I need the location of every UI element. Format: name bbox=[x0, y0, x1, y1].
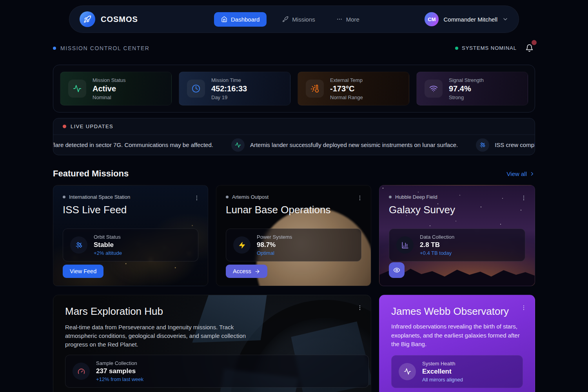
access-button[interactable]: Access bbox=[226, 265, 267, 278]
stat-value: 452:16:33 bbox=[211, 84, 247, 93]
view-feed-button[interactable]: View Feed bbox=[63, 265, 103, 278]
clock-icon bbox=[187, 80, 205, 98]
metric-label: Data Collection bbox=[420, 234, 454, 240]
nav-link-label: Dashboard bbox=[231, 16, 260, 23]
view-all-link[interactable]: View all bbox=[507, 171, 535, 177]
card-menu-kebab-icon[interactable] bbox=[518, 192, 529, 203]
stat-value: 97.4% bbox=[449, 84, 484, 93]
tag-dot bbox=[226, 196, 229, 198]
starfield bbox=[383, 188, 383, 189]
card-title: Galaxy Survey bbox=[389, 204, 525, 216]
stat-card-signal-strength: Signal Strength 97.4% Strong bbox=[416, 72, 528, 105]
home-icon bbox=[221, 16, 227, 22]
stat-label: Mission Status bbox=[93, 77, 126, 83]
ticker-item: ISS crew completes critical EVA bbox=[476, 138, 535, 152]
ticker-message: ISS crew completes critical EVA bbox=[495, 142, 535, 148]
stat-value: Active bbox=[93, 84, 126, 93]
metric-label: System Health bbox=[422, 361, 463, 367]
avatar: CM bbox=[425, 12, 439, 26]
metric-panel: Data Collection 2.8 TB +0.4 TB today bbox=[389, 229, 525, 261]
tag-dot bbox=[63, 196, 65, 198]
ticker-track: Solar flare detected in sector 7G. Commu… bbox=[53, 138, 535, 152]
featured-cards-row: International Space Station ISS Live Fee… bbox=[53, 185, 535, 286]
page-title: MISSION CONTROL CENTER bbox=[60, 45, 150, 51]
stat-card-external-temp: External Temp -173°C Normal Range bbox=[298, 72, 409, 105]
card-description: Real-time data from Perseverance and Ing… bbox=[65, 323, 249, 348]
satellite-icon bbox=[70, 236, 87, 254]
eye-view-button[interactable] bbox=[389, 262, 405, 278]
live-red-dot bbox=[63, 125, 66, 128]
metric-delta: All mirrors aligned bbox=[422, 377, 463, 383]
zap-icon bbox=[233, 236, 250, 254]
card-title: ISS Live Feed bbox=[63, 204, 198, 216]
eye-icon bbox=[393, 267, 400, 274]
metric-value: Excellent bbox=[422, 368, 463, 376]
nav-link-missions[interactable]: Missions bbox=[277, 12, 320, 27]
stats-panel: Mission Status Active Nominal Mission Ti… bbox=[53, 65, 535, 113]
tag-label: International Space Station bbox=[69, 194, 130, 200]
metric-delta: Optimal bbox=[257, 250, 292, 256]
stat-label: Mission Time bbox=[211, 77, 247, 83]
metric-delta: +12% from last week bbox=[96, 376, 143, 382]
section-title: Featured Missions bbox=[53, 169, 129, 179]
stat-sub: Nominal bbox=[93, 94, 126, 100]
card-menu-kebab-icon[interactable] bbox=[354, 302, 365, 313]
subheader: MISSION CONTROL CENTER SYSTEMS NOMINAL bbox=[53, 42, 535, 54]
live-updates-panel: LIVE UPDATES Solar flare detected in sec… bbox=[53, 118, 535, 155]
james-webb-card[interactable]: James Webb Observatory Infrared observat… bbox=[379, 295, 535, 392]
metric-panel: Power Systems 98.7% Optimal bbox=[226, 229, 361, 261]
card-tag: International Space Station bbox=[63, 194, 198, 200]
activity-icon bbox=[231, 138, 245, 152]
news-ticker: Solar flare detected in sector 7G. Commu… bbox=[53, 135, 535, 155]
gauge-icon bbox=[73, 363, 90, 380]
stat-sub: Day 19 bbox=[211, 94, 247, 100]
metric-value: Stable bbox=[94, 241, 122, 249]
metric-label: Orbit Status bbox=[94, 234, 122, 240]
metric-value: 98.7% bbox=[257, 241, 292, 249]
mission-card-lunar[interactable]: Artemis Outpost Lunar Base Operations Po… bbox=[216, 185, 371, 286]
tag-label: Hubble Deep Field bbox=[395, 194, 437, 200]
ticker-message: Solar flare detected in sector 7G. Commu… bbox=[53, 142, 213, 148]
nav-link-label: Missions bbox=[292, 16, 315, 23]
top-navbar: COSMOS Dashboard Missions More CM Comman… bbox=[69, 5, 519, 33]
metric-delta: +0.4 TB today bbox=[420, 250, 454, 256]
systems-status-badge: SYSTEMS NOMINAL bbox=[455, 45, 517, 51]
satellite-icon bbox=[476, 138, 489, 152]
card-menu-kebab-icon[interactable] bbox=[354, 192, 365, 203]
mars-exploration-card[interactable]: Mars Exploration Hub Real-time data from… bbox=[53, 295, 371, 392]
user-name: Commander Mitchell bbox=[443, 16, 497, 23]
stat-sub: Normal Range bbox=[330, 94, 363, 100]
nav-link-label: More bbox=[346, 16, 359, 23]
stat-label: Signal Strength bbox=[449, 77, 484, 83]
activity-icon bbox=[68, 80, 86, 98]
metric-panel: Sample Collection 237 samples +12% from … bbox=[65, 355, 369, 388]
card-title: Lunar Base Operations bbox=[226, 204, 361, 216]
live-updates-header: LIVE UPDATES bbox=[53, 118, 535, 135]
blue-status-dot bbox=[53, 47, 56, 50]
card-title: James Webb Observatory bbox=[391, 305, 523, 318]
page-title-group: MISSION CONTROL CENTER bbox=[53, 45, 150, 51]
chevron-right-icon bbox=[529, 171, 535, 177]
ticker-item: Artemis lander successfully deployed new… bbox=[231, 138, 458, 152]
nav-links: Dashboard Missions More bbox=[214, 12, 365, 27]
card-menu-kebab-icon[interactable] bbox=[191, 192, 202, 203]
tag-label: Artemis Outpost bbox=[232, 194, 269, 200]
card-menu-kebab-icon[interactable] bbox=[518, 302, 529, 313]
metric-panel: System Health Excellent All mirrors alig… bbox=[391, 355, 523, 388]
mission-card-galaxy[interactable]: Hubble Deep Field Galaxy Survey Data Col… bbox=[379, 185, 535, 286]
stat-sub: Strong bbox=[449, 94, 484, 100]
card-tag: Artemis Outpost bbox=[226, 194, 361, 200]
notifications-bell-icon[interactable] bbox=[524, 42, 535, 54]
rocket-logo-icon bbox=[80, 11, 95, 27]
arrow-right-icon bbox=[254, 269, 260, 274]
mission-card-iss[interactable]: International Space Station ISS Live Fee… bbox=[53, 185, 208, 286]
nav-link-more[interactable]: More bbox=[331, 12, 365, 27]
user-menu[interactable]: CM Commander Mitchell bbox=[425, 12, 508, 26]
nav-link-dashboard[interactable]: Dashboard bbox=[214, 12, 267, 27]
ticker-message: Artemis lander successfully deployed new… bbox=[250, 142, 458, 148]
spotlight-row: Mars Exploration Hub Real-time data from… bbox=[53, 295, 535, 392]
wifi-icon bbox=[425, 80, 443, 98]
bar-chart-icon bbox=[396, 236, 414, 254]
featured-missions-header: Featured Missions View all bbox=[53, 169, 535, 179]
green-status-dot bbox=[455, 47, 458, 50]
